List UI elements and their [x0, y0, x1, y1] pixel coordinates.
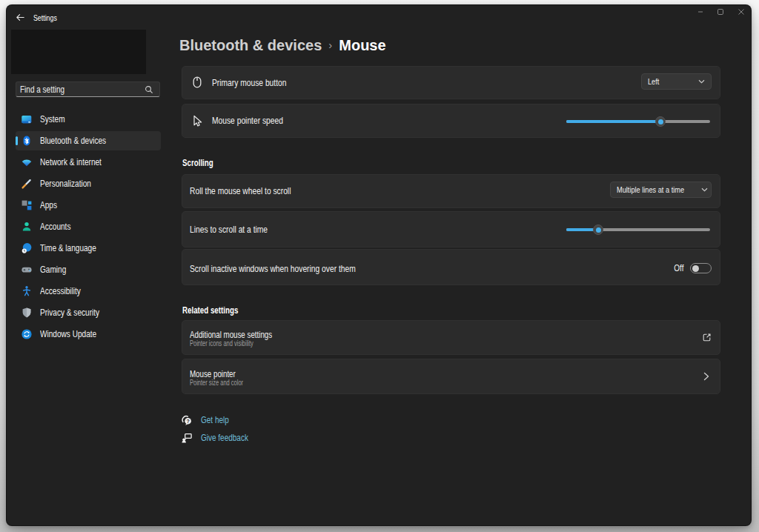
svg-text:?: ?	[186, 418, 189, 423]
